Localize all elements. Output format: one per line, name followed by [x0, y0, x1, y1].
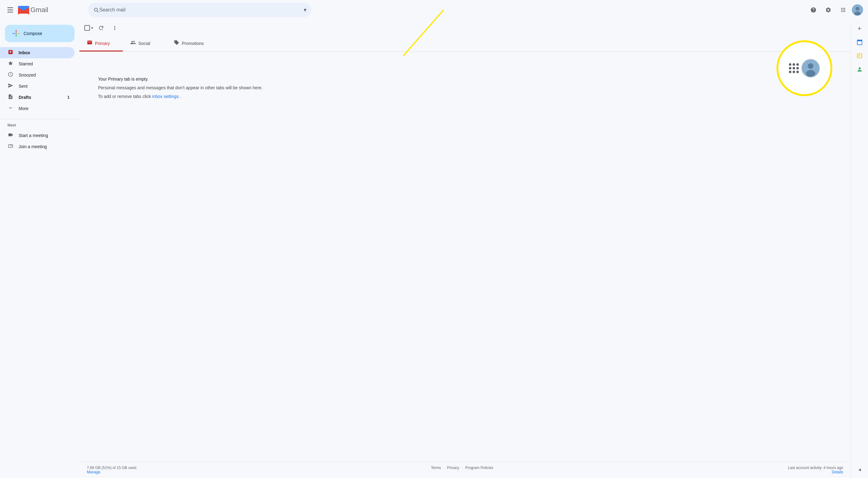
start-meeting-label: Start a meeting	[19, 133, 48, 138]
refresh-button[interactable]	[96, 22, 107, 33]
compose-button[interactable]: Compose	[5, 25, 74, 42]
inbox-settings-link[interactable]: inbox settings	[152, 94, 180, 99]
contacts-icon	[857, 66, 863, 72]
more-chevron-icon	[7, 105, 14, 112]
sent-icon	[7, 83, 14, 90]
terms-link[interactable]: Terms	[431, 466, 441, 470]
social-icon	[130, 40, 136, 45]
tab-primary-label: Primary	[95, 41, 110, 46]
header-left: Gmail	[5, 5, 86, 15]
starred-label: Starred	[19, 61, 33, 66]
empty-link-text: To add or remove tabs click inbox settin…	[98, 94, 181, 99]
gmail-m-logo-icon	[18, 6, 29, 14]
apps-button[interactable]	[837, 4, 849, 16]
meet-section: Meet Start a meeting Join a meeting	[0, 119, 80, 155]
help-icon	[810, 7, 816, 13]
promotions-tab-icon	[174, 40, 179, 47]
header: Gmail ▾	[0, 0, 868, 20]
more-options-icon	[112, 25, 118, 31]
svg-point-1	[856, 7, 859, 10]
join-meeting-icon	[7, 143, 14, 150]
privacy-link[interactable]: Privacy	[447, 466, 459, 470]
empty-title: Your Primary tab is empty.	[98, 76, 149, 81]
hamburger-menu-button[interactable]	[5, 5, 16, 15]
gmail-logo: Gmail	[18, 6, 48, 14]
select-all-wrap: ▾	[84, 25, 93, 31]
select-dropdown-chevron-icon[interactable]: ▾	[91, 26, 93, 30]
contacts-button[interactable]	[854, 63, 866, 76]
account-activity: Last account activity: 4 hours ago Detai…	[788, 466, 843, 474]
compose-label: Compose	[24, 31, 42, 36]
more-label: More	[19, 106, 29, 111]
sent-label: Sent	[19, 84, 28, 89]
right-add-button[interactable]: +	[854, 22, 866, 35]
search-chevron-icon[interactable]: ▾	[304, 6, 307, 13]
refresh-icon	[98, 25, 104, 31]
tab-promotions-label: Promotions	[182, 41, 204, 46]
sidebar-item-inbox[interactable]: Inbox	[0, 47, 74, 58]
inbox-tabs: Primary Social Promotions	[80, 36, 850, 52]
settings-button[interactable]	[822, 4, 835, 16]
separator-2: ·	[462, 466, 463, 470]
tab-promotions[interactable]: Promotions	[166, 36, 211, 52]
manage-link[interactable]: Manage	[87, 470, 136, 474]
drafts-badge: 1	[67, 95, 69, 100]
main-content: ▾ Primary	[80, 20, 850, 478]
storage-info: 7.68 GB (51%) of 15 GB used Manage	[87, 466, 136, 474]
promotions-icon	[174, 40, 179, 45]
tasks-button[interactable]	[854, 49, 866, 62]
right-sidebar: + ◂	[850, 20, 868, 478]
user-avatar[interactable]	[852, 4, 863, 15]
snoozed-icon	[7, 72, 14, 79]
settings-icon	[825, 7, 831, 13]
avatar-image	[852, 4, 863, 15]
sidebar-item-sent[interactable]: Sent	[0, 80, 74, 92]
sidebar-item-starred[interactable]: Starred	[0, 58, 74, 69]
compose-plus-icon	[12, 30, 20, 37]
drafts-icon	[7, 94, 14, 101]
toolbar: ▾	[80, 20, 850, 36]
empty-description: Personal messages and messages that don'…	[98, 85, 262, 90]
sidebar-item-start-meeting[interactable]: Start a meeting	[0, 130, 74, 141]
search-icon	[93, 7, 99, 13]
search-input[interactable]	[99, 7, 301, 13]
drafts-label: Drafts	[19, 95, 31, 100]
join-meeting-label: Join a meeting	[19, 144, 47, 149]
details-link[interactable]: Details	[788, 470, 843, 474]
storage-text: 7.68 GB (51%) of 15 GB used	[87, 466, 136, 470]
sidebar: Compose Inbox Starred Snoozed Sent	[0, 20, 80, 478]
tasks-icon	[857, 53, 863, 59]
activity-text: Last account activity: 4 hours ago	[788, 466, 843, 470]
primary-icon	[87, 40, 92, 45]
sidebar-item-join-meeting[interactable]: Join a meeting	[0, 141, 74, 152]
separator-1: ·	[444, 466, 444, 470]
header-right	[807, 4, 863, 16]
inbox-label: Inbox	[19, 50, 30, 55]
social-tab-icon	[130, 40, 136, 47]
sidebar-item-snoozed[interactable]: Snoozed	[0, 69, 74, 80]
tab-social-label: Social	[138, 41, 150, 46]
empty-state: Your Primary tab is empty. Personal mess…	[80, 52, 850, 462]
start-meeting-icon	[7, 132, 14, 139]
tab-primary[interactable]: Primary	[80, 36, 123, 52]
footer-links: Terms · Privacy · Program Policies	[431, 466, 493, 470]
star-icon	[7, 61, 14, 68]
gmail-wordmark: Gmail	[30, 6, 48, 14]
policies-link[interactable]: Program Policies	[465, 466, 494, 470]
collapse-sidebar-button[interactable]: ◂	[854, 463, 866, 476]
calendar-icon	[857, 39, 863, 45]
calendar-button[interactable]	[854, 36, 866, 48]
tab-social[interactable]: Social	[123, 36, 166, 52]
sidebar-item-more[interactable]: More	[0, 103, 74, 114]
help-button[interactable]	[807, 4, 819, 16]
footer: 7.68 GB (51%) of 15 GB used Manage Terms…	[80, 462, 850, 478]
snoozed-label: Snoozed	[19, 72, 36, 77]
meet-title: Meet	[0, 120, 80, 130]
more-options-button[interactable]	[109, 22, 120, 33]
inbox-icon	[7, 49, 14, 57]
search-bar[interactable]: ▾	[88, 3, 311, 17]
select-all-checkbox[interactable]	[84, 25, 90, 31]
sidebar-item-drafts[interactable]: Drafts 1	[0, 92, 74, 103]
apps-icon	[840, 7, 846, 13]
primary-tab-icon	[87, 40, 92, 47]
